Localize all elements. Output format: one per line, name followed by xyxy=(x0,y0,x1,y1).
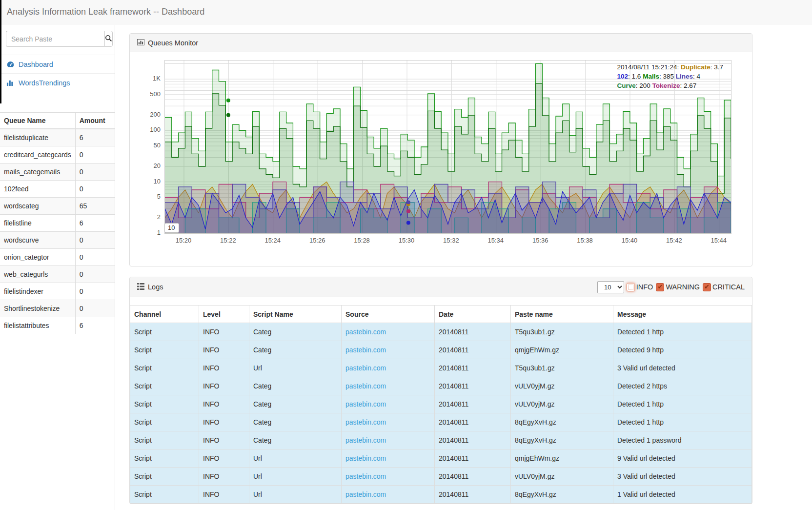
log-channel: Script xyxy=(130,359,199,377)
queue-table-row: wordscurve 0 xyxy=(0,232,115,249)
queue-table-row: mails_categemails 0 xyxy=(0,163,115,181)
log-paste-name: vULV0yjM.gz xyxy=(511,468,613,486)
log-channel: Script xyxy=(130,413,199,431)
log-message: Detected 1 http xyxy=(613,413,752,431)
sidebar-item-dashboard[interactable]: Dashboard xyxy=(0,55,115,74)
log-channel: Script xyxy=(130,395,199,413)
logs-panel: Logs 10 INFO WARNING CRITICAL ChannelLev… xyxy=(129,277,752,504)
sidebar: Dashboard WordsTrendings Queue Name Amou… xyxy=(0,25,115,510)
log-date: 20140811 xyxy=(435,413,511,431)
page-size-select[interactable]: 10 xyxy=(597,281,624,293)
chart-legend-line: 2014/08/11 15:21:24: Duplicate: 3.7 xyxy=(617,62,723,72)
chart-legend-line: 102: 1.6 Mails: 385 Lines: 4 xyxy=(617,72,723,81)
y-axis-tick: 10 xyxy=(135,178,161,185)
queue-table-row: Shortlinestokenize 0 xyxy=(0,300,115,317)
log-message: Detected 1 http xyxy=(613,395,752,413)
queue-amount-cell: 0 xyxy=(75,163,115,181)
queue-name-cell: web_categurls xyxy=(0,266,75,283)
log-date: 20140811 xyxy=(435,449,511,468)
log-message: Detected 9 http xyxy=(613,341,752,359)
x-axis-tick: 15:40 xyxy=(622,237,638,244)
log-date: 20140811 xyxy=(435,341,511,359)
log-level: INFO xyxy=(199,449,249,468)
search-group xyxy=(6,31,109,47)
x-axis-tick: 15:22 xyxy=(220,237,236,244)
list-icon xyxy=(137,283,144,291)
source-link[interactable]: pastebin.com xyxy=(345,346,386,354)
log-message: 3 Valid url detected xyxy=(613,359,752,377)
source-link[interactable]: pastebin.com xyxy=(345,382,386,390)
log-row: Script INFO Categ pastebin.com 20140811 … xyxy=(130,323,752,341)
queue-name-cell: wordscateg xyxy=(0,198,75,215)
screen-edge-artifact xyxy=(0,0,1,103)
log-source: pastebin.com xyxy=(342,449,435,468)
log-channel: Script xyxy=(130,431,199,449)
x-axis-tick: 15:42 xyxy=(666,237,682,244)
x-axis-tick: 15:44 xyxy=(711,237,727,244)
queue-name-cell: filelistindexer xyxy=(0,283,75,300)
source-link[interactable]: pastebin.com xyxy=(345,472,386,480)
logs-column-header: Message xyxy=(613,306,752,323)
queues-monitor-heading: Queues Monitor xyxy=(130,34,752,52)
filter-warning[interactable]: WARNING xyxy=(656,283,700,291)
log-script-name: Url xyxy=(249,468,342,486)
queue-name-cell: creditcard_categcards xyxy=(0,146,75,163)
source-link[interactable]: pastebin.com xyxy=(345,400,386,408)
search-button[interactable] xyxy=(104,31,113,47)
queue-name-cell: mails_categemails xyxy=(0,163,75,181)
filter-critical[interactable]: CRITICAL xyxy=(703,283,745,291)
log-source: pastebin.com xyxy=(342,486,435,504)
log-paste-name: 8qEgyXvH.gz xyxy=(511,486,613,504)
filter-info[interactable]: INFO xyxy=(627,283,653,291)
queue-name-cell: 102feed xyxy=(0,181,75,198)
log-script-name: Categ xyxy=(249,323,342,341)
source-link[interactable]: pastebin.com xyxy=(345,436,386,444)
queue-amount-cell: 6 xyxy=(75,215,115,232)
source-link[interactable]: pastebin.com xyxy=(345,454,386,462)
warning-checkbox[interactable] xyxy=(656,283,664,291)
info-checkbox[interactable] xyxy=(627,283,635,291)
log-paste-name: 8qEgyXvH.gz xyxy=(511,413,613,431)
search-input[interactable] xyxy=(6,31,104,47)
sidebar-item-wordstrendings[interactable]: WordsTrendings xyxy=(0,74,115,92)
log-paste-name: qmjgEhWm.gz xyxy=(511,341,613,359)
log-level: INFO xyxy=(199,486,249,504)
queue-table-row: onion_categtor 0 xyxy=(0,249,115,266)
legend-segment: 102 xyxy=(617,73,629,80)
log-level: INFO xyxy=(199,359,249,377)
source-link[interactable]: pastebin.com xyxy=(345,364,386,372)
queue-amount-cell: 65 xyxy=(75,198,115,215)
queue-name-cell: onion_categtor xyxy=(0,249,75,266)
queue-table-body: filelistduplicate 6creditcard_categcards… xyxy=(0,129,115,334)
logs-table: ChannelLevelScript NameSourceDatePaste n… xyxy=(130,305,752,504)
source-link[interactable]: pastebin.com xyxy=(345,328,386,336)
stats-icon xyxy=(137,39,144,47)
dashboard-gauge-icon xyxy=(6,61,15,68)
log-source: pastebin.com xyxy=(342,323,435,341)
queues-monitor-panel: Queues Monitor 2014/08/11 15:21:24: Dupl… xyxy=(129,33,752,266)
legend-segment: Duplicate xyxy=(681,63,710,71)
chart-overlay-value-box: 10 xyxy=(164,223,179,233)
y-axis-tick: 1K xyxy=(135,75,161,82)
queue-table: Queue Name Amount filelistduplicate 6cre… xyxy=(0,112,115,334)
x-axis-tick: 15:36 xyxy=(532,237,548,244)
log-level: INFO xyxy=(199,413,249,431)
log-paste-name: 8qEgyXvH.gz xyxy=(511,431,613,449)
legend-segment: : 200 xyxy=(636,82,652,89)
y-axis-tick: 500 xyxy=(135,90,161,98)
queues-chart-plot-area[interactable]: 2014/08/11 15:21:24: Duplicate: 3.7102: … xyxy=(164,60,731,234)
source-link[interactable]: pastebin.com xyxy=(345,490,386,498)
log-date: 20140811 xyxy=(435,395,511,413)
queue-table-row: wordscateg 65 xyxy=(0,198,115,215)
y-axis-tick: 1 xyxy=(135,229,161,236)
logs-heading: Logs 10 INFO WARNING CRITICAL xyxy=(130,277,752,297)
log-channel: Script xyxy=(130,323,199,341)
log-level: INFO xyxy=(199,431,249,449)
log-script-name: Url xyxy=(249,486,342,504)
log-message: Detected 2 https xyxy=(613,377,752,395)
source-link[interactable]: pastebin.com xyxy=(345,418,386,426)
y-axis-tick: 20 xyxy=(135,162,161,169)
y-axis-tick: 50 xyxy=(135,142,161,149)
critical-checkbox[interactable] xyxy=(703,283,711,291)
logs-table-body: Script INFO Categ pastebin.com 20140811 … xyxy=(130,323,752,504)
